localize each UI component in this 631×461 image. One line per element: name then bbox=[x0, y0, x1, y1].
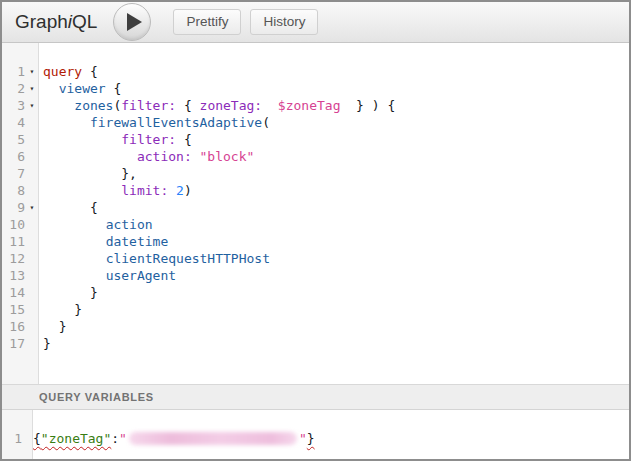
code-token bbox=[43, 217, 106, 232]
fold-toggle-triangle-down-icon[interactable]: ▾ bbox=[25, 199, 39, 216]
code-token bbox=[43, 234, 106, 249]
graphiql-logo: GraphiQL bbox=[15, 11, 97, 33]
code-text[interactable]: } bbox=[39, 284, 98, 301]
fold-gutter-spacer bbox=[25, 216, 39, 233]
code-text[interactable]: } bbox=[39, 301, 82, 318]
code-text[interactable]: } bbox=[39, 335, 51, 352]
code-text[interactable]: viewer { bbox=[39, 80, 121, 97]
logo-text: QL bbox=[72, 11, 97, 32]
line-number: 9 bbox=[2, 199, 25, 216]
fold-gutter-spacer bbox=[25, 165, 39, 182]
code-token: query bbox=[43, 64, 82, 79]
code-token: filter: bbox=[121, 98, 176, 113]
fold-gutter-spacer bbox=[25, 284, 39, 301]
code-line[interactable]: 11 datetime bbox=[2, 233, 629, 250]
code-token: " bbox=[119, 431, 127, 446]
code-text[interactable]: action bbox=[39, 216, 153, 233]
code-text[interactable]: query { bbox=[39, 63, 98, 80]
code-text[interactable]: action: "block" bbox=[39, 148, 254, 165]
code-line[interactable]: 17} bbox=[2, 335, 629, 352]
fold-gutter-spacer bbox=[25, 318, 39, 335]
code-token: } bbox=[43, 336, 51, 351]
code-token: }, bbox=[43, 166, 137, 181]
code-token bbox=[192, 149, 200, 164]
code-token: } bbox=[307, 431, 315, 446]
fold-gutter-spacer bbox=[25, 250, 39, 267]
code-text[interactable]: filter: { bbox=[39, 131, 192, 148]
fold-toggle-triangle-down-icon[interactable]: ▾ bbox=[25, 80, 39, 97]
code-line[interactable]: 7 }, bbox=[2, 165, 629, 182]
code-line[interactable]: 14 } bbox=[2, 284, 629, 301]
fold-gutter-spacer bbox=[25, 335, 39, 352]
line-number: 1 bbox=[2, 430, 22, 447]
fold-gutter-spacer bbox=[25, 131, 39, 148]
line-number: 12 bbox=[2, 250, 25, 267]
code-text[interactable]: limit: 2) bbox=[39, 182, 192, 199]
prettify-button[interactable]: Prettify bbox=[173, 9, 241, 35]
code-text[interactable]: clientRequestHTTPHost bbox=[39, 250, 270, 267]
code-text[interactable]: } bbox=[39, 318, 66, 335]
code-line[interactable]: 16 } bbox=[2, 318, 629, 335]
line-number: 2 bbox=[2, 80, 25, 97]
code-token bbox=[43, 149, 137, 164]
code-text[interactable]: {"zoneTag":""} bbox=[22, 430, 315, 447]
code-line[interactable]: 9▾ { bbox=[2, 199, 629, 216]
execute-query-button[interactable] bbox=[113, 3, 151, 41]
fold-gutter-spacer bbox=[25, 148, 39, 165]
variables-editor[interactable]: 1{"zoneTag":""} bbox=[2, 410, 629, 459]
code-line[interactable]: 3▾ zones(filter: { zoneTag: $zoneTag } )… bbox=[2, 97, 629, 114]
code-token: { bbox=[82, 64, 98, 79]
code-line[interactable]: 1{"zoneTag":""} bbox=[2, 430, 629, 447]
line-number: 10 bbox=[2, 216, 25, 233]
code-token: datetime bbox=[106, 234, 169, 249]
code-line[interactable]: 15 } bbox=[2, 301, 629, 318]
fold-gutter-spacer bbox=[25, 182, 39, 199]
code-text[interactable]: userAgent bbox=[39, 267, 176, 284]
code-token bbox=[43, 115, 90, 130]
fold-gutter-spacer bbox=[25, 301, 39, 318]
line-number: 8 bbox=[2, 182, 25, 199]
code-line[interactable]: 13 userAgent bbox=[2, 267, 629, 284]
code-line[interactable]: 6 action: "block" bbox=[2, 148, 629, 165]
code-text[interactable]: zones(filter: { zoneTag: $zoneTag } ) { bbox=[39, 97, 395, 114]
code-line[interactable]: 5 filter: { bbox=[2, 131, 629, 148]
code-token bbox=[43, 183, 121, 198]
query-editor[interactable]: 1▾query {2▾ viewer {3▾ zones(filter: { z… bbox=[2, 43, 629, 384]
code-line[interactable]: 4 firewallEventsAdaptive( bbox=[2, 114, 629, 131]
line-number: 3 bbox=[2, 97, 25, 114]
fold-toggle-triangle-down-icon[interactable]: ▾ bbox=[25, 97, 39, 114]
code-text[interactable]: firewallEventsAdaptive( bbox=[39, 114, 270, 131]
code-token: action: bbox=[137, 149, 192, 164]
code-line[interactable]: 8 limit: 2) bbox=[2, 182, 629, 199]
play-icon bbox=[127, 13, 142, 31]
code-token: "zoneTag" bbox=[41, 431, 111, 446]
code-token: } bbox=[43, 302, 82, 317]
code-line[interactable]: 12 clientRequestHTTPHost bbox=[2, 250, 629, 267]
code-token: } bbox=[43, 285, 98, 300]
toolbar: GraphiQL Prettify History bbox=[2, 2, 629, 43]
code-line[interactable]: 1▾query { bbox=[2, 63, 629, 80]
query-variables-header[interactable]: QUERY VARIABLES bbox=[2, 384, 629, 410]
code-token: { bbox=[43, 200, 98, 215]
code-token bbox=[43, 98, 74, 113]
code-token: : bbox=[111, 431, 119, 446]
fold-gutter-spacer bbox=[25, 233, 39, 250]
code-line[interactable]: 2▾ viewer { bbox=[2, 80, 629, 97]
code-token bbox=[168, 183, 176, 198]
code-token: zoneTag: bbox=[200, 98, 263, 113]
code-text[interactable]: }, bbox=[39, 165, 137, 182]
code-token bbox=[43, 132, 121, 147]
code-token: limit: bbox=[121, 183, 168, 198]
code-text[interactable]: { bbox=[39, 199, 98, 216]
fold-toggle-triangle-down-icon[interactable]: ▾ bbox=[25, 63, 39, 80]
line-number: 7 bbox=[2, 165, 25, 182]
code-token bbox=[43, 81, 59, 96]
code-token: filter: bbox=[121, 132, 176, 147]
code-line[interactable]: 10 action bbox=[2, 216, 629, 233]
code-text[interactable]: datetime bbox=[39, 233, 168, 250]
line-number: 13 bbox=[2, 267, 25, 284]
history-button[interactable]: History bbox=[250, 9, 318, 35]
line-number: 16 bbox=[2, 318, 25, 335]
code-token: $zoneTag bbox=[278, 98, 341, 113]
code-token bbox=[43, 251, 106, 266]
